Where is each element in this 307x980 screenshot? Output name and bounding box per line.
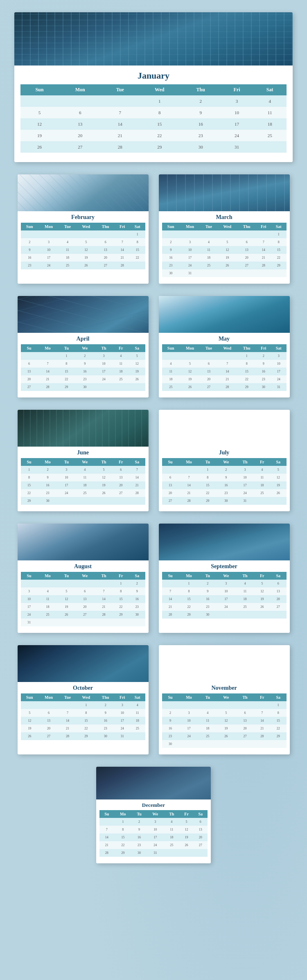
day-cell: 31 bbox=[271, 383, 287, 391]
header-fr: Fr bbox=[113, 572, 129, 580]
day-cell: 9 bbox=[129, 587, 145, 595]
day-cell: 25 bbox=[236, 603, 254, 611]
header-mon: Mon bbox=[180, 344, 200, 352]
day-cell: 7 bbox=[95, 587, 113, 595]
day-cell: 29 bbox=[237, 383, 256, 391]
header-tue: Tue bbox=[102, 84, 138, 95]
day-cell: 19 bbox=[180, 375, 200, 383]
header-th: Th bbox=[236, 693, 254, 701]
day-cell: 26 bbox=[254, 603, 270, 611]
day-cell: 9 bbox=[216, 474, 236, 481]
table-row: 14151617181920 bbox=[162, 595, 287, 603]
day-cell: 8 bbox=[199, 474, 217, 481]
row-feb-mar: February SunMonTueWedThuFriSat 123456789… bbox=[10, 174, 297, 284]
day-cell: 20 bbox=[270, 595, 287, 603]
header-mon: Mon bbox=[38, 223, 59, 230]
header-tue: Tue bbox=[200, 344, 217, 352]
day-cell: 24 bbox=[180, 262, 200, 269]
day-cell: 22 bbox=[271, 254, 287, 262]
day-cell bbox=[75, 619, 95, 626]
day-cell bbox=[216, 611, 236, 619]
table-row: 1 bbox=[21, 230, 145, 238]
day-cell: 6 bbox=[270, 580, 287, 587]
day-cell: 11 bbox=[113, 360, 129, 368]
day-cell: 1 bbox=[271, 230, 287, 238]
day-cell: 10 bbox=[38, 246, 59, 254]
september-grid: SuMoTuWeThFrSa 1234567891011121314151617… bbox=[162, 572, 287, 619]
table-row: 14151617181920 bbox=[99, 833, 208, 841]
day-cell: 8 bbox=[130, 238, 145, 246]
day-cell: 9 bbox=[132, 826, 147, 833]
day-cell: 9 bbox=[38, 474, 58, 481]
header-mo: Mo bbox=[114, 810, 132, 818]
header-wed: Wed bbox=[138, 84, 181, 95]
february-image bbox=[18, 174, 149, 211]
header-tue: Tue bbox=[59, 223, 76, 230]
day-cell bbox=[113, 497, 129, 505]
day-cell: 10 bbox=[236, 474, 254, 481]
table-row: 2345678 bbox=[162, 238, 287, 246]
day-cell: 8 bbox=[114, 826, 132, 833]
day-cell bbox=[58, 619, 75, 626]
day-cell bbox=[200, 352, 217, 360]
table-row: 24252627282930 bbox=[21, 611, 145, 619]
day-cell: 19 bbox=[76, 254, 96, 262]
day-cell: 28 bbox=[217, 383, 237, 391]
table-row: 12345 bbox=[21, 352, 145, 360]
table-row: 9101112131415 bbox=[21, 246, 145, 254]
day-cell: 30 bbox=[216, 497, 236, 505]
day-cell: 20 bbox=[194, 833, 208, 841]
day-cell bbox=[179, 740, 199, 748]
table-row: 1234567 bbox=[21, 466, 145, 474]
day-cell: 1 bbox=[270, 701, 287, 709]
day-cell: 5 bbox=[216, 709, 236, 717]
header-tu: Tu bbox=[58, 458, 75, 466]
table-row: 123 bbox=[162, 352, 287, 360]
day-cell: 20 bbox=[59, 130, 102, 141]
day-cell: 25 bbox=[130, 725, 145, 732]
day-cell: 6 bbox=[59, 107, 102, 118]
day-cell: 22 bbox=[114, 841, 132, 849]
day-cell: 17 bbox=[221, 118, 253, 130]
day-cell: 2 bbox=[21, 238, 38, 246]
day-cell: 15 bbox=[199, 481, 217, 489]
december-grid: SuMoTuWeThFrSa 1234567891011121314151617… bbox=[99, 810, 208, 857]
day-cell: 4 bbox=[254, 466, 270, 474]
calendar-january: January Sun Mon Tue Wed Thu Fri Sat 1234… bbox=[14, 12, 293, 162]
march-title: March bbox=[159, 211, 290, 223]
header-sun: Sun bbox=[162, 223, 180, 230]
february-title: February bbox=[18, 211, 149, 223]
day-cell: 1 bbox=[237, 352, 256, 360]
table-row: 22232425262728 bbox=[21, 489, 145, 497]
header-fri: Fri bbox=[256, 223, 271, 230]
day-cell: 28 bbox=[129, 489, 145, 497]
day-cell: 12 bbox=[21, 717, 38, 725]
day-cell bbox=[113, 619, 129, 626]
day-cell: 6 bbox=[113, 466, 129, 474]
day-cell: 23 bbox=[199, 603, 217, 611]
day-cell: 7 bbox=[59, 709, 76, 717]
day-cell: 3 bbox=[58, 466, 75, 474]
header-mo: Mo bbox=[179, 458, 199, 466]
day-cell: 14 bbox=[115, 246, 130, 254]
day-cell: 4 bbox=[236, 580, 254, 587]
day-cell: 27 bbox=[96, 262, 115, 269]
day-cell: 15 bbox=[58, 368, 75, 375]
day-cell: 4 bbox=[113, 352, 129, 360]
header-sa: Sa bbox=[270, 693, 287, 701]
header-fr: Fr bbox=[113, 344, 129, 352]
day-cell: 10 bbox=[216, 587, 236, 595]
day-cell: 1 bbox=[113, 580, 129, 587]
day-cell bbox=[254, 740, 270, 748]
day-cell: 10 bbox=[21, 595, 38, 603]
table-row: 19202122232425 bbox=[20, 130, 287, 141]
day-cell: 10 bbox=[221, 107, 253, 118]
table-row: 262728293031 bbox=[21, 732, 145, 740]
day-cell: 5 bbox=[217, 238, 237, 246]
calendar-february: February SunMonTueWedThuFriSat 123456789… bbox=[18, 174, 149, 284]
january-title: January bbox=[14, 65, 293, 84]
table-row: 232425262728 bbox=[21, 262, 145, 269]
day-cell: 11 bbox=[254, 474, 270, 481]
header-tu: Tu bbox=[199, 458, 217, 466]
day-cell: 29 bbox=[271, 262, 287, 269]
